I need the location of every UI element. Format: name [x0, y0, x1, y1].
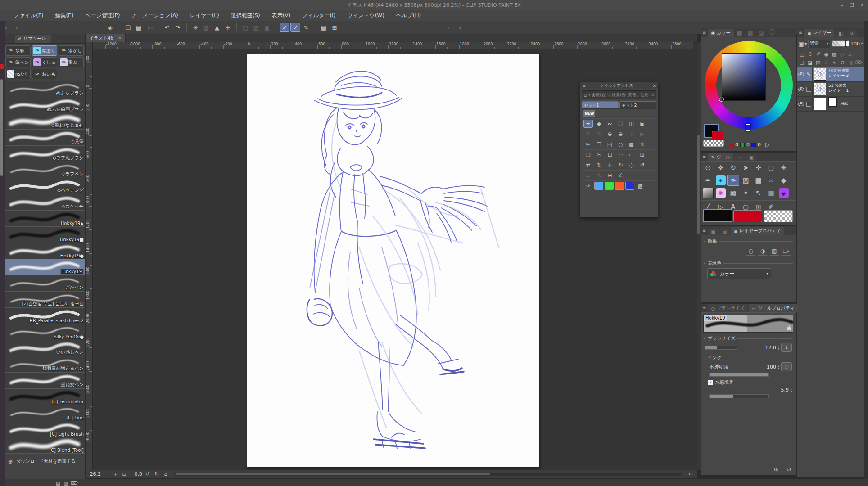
blend-tool[interactable]: ∾: [765, 175, 777, 186]
download-materials-button[interactable]: ⊕ ダウンロード素材を追加する: [5, 454, 85, 469]
move-and-rotate[interactable]: ✛: [605, 161, 615, 169]
menu-item-2[interactable]: ページ管理(P): [79, 10, 126, 21]
intermediate-color-tab[interactable]: ▩: [746, 28, 755, 37]
menu-item-7[interactable]: フィルター(I): [296, 10, 341, 21]
material-palette[interactable]: ▤: [319, 23, 329, 32]
custom-brush-pink[interactable]: ✺: [714, 188, 727, 198]
rotate-dashed[interactable]: ◌: [627, 161, 636, 169]
brush-item[interactable]: 情報量が増えるペン: [5, 356, 85, 373]
brush-item[interactable]: Silky PenOv●: [5, 324, 85, 340]
auto-select-tool[interactable]: ✳: [778, 162, 790, 173]
hand-tool[interactable]: ❖: [714, 162, 727, 173]
undo[interactable]: ↶: [162, 23, 172, 32]
vector-pen[interactable]: ✎: [594, 171, 604, 180]
menu-item-8[interactable]: ウィンドウ(W): [341, 10, 390, 21]
opacity-stepper[interactable]: ▴▾: [861, 41, 863, 46]
fill[interactable]: ▨: [201, 23, 211, 32]
menu-item-4[interactable]: レイヤー(L): [184, 10, 225, 21]
brush-item[interactable]: [C] Terminator: [5, 389, 85, 405]
canvas-page[interactable]: [247, 54, 539, 467]
maximize-button[interactable]: ❐: [850, 2, 854, 8]
redo[interactable]: ↷: [173, 23, 183, 32]
brush-item[interactable]: ざかペン: [5, 275, 85, 292]
brush-item[interactable]: ◇スケッチ: [5, 194, 85, 211]
color-set-tab[interactable]: ▦: [735, 28, 745, 37]
new-raster-layer[interactable]: ❏: [798, 59, 806, 66]
paste[interactable]: ▤: [605, 140, 615, 148]
new-canvas[interactable]: ❏: [123, 23, 133, 32]
create-layer-mask[interactable]: ⊙: [839, 59, 846, 66]
menu-item-5[interactable]: 選択範囲(S): [225, 10, 266, 21]
tab-timeline[interactable]: ▤: [719, 228, 730, 235]
snap-special-ruler[interactable]: ∠: [616, 171, 625, 180]
tab-subtool-2[interactable]: ≔: [734, 154, 745, 161]
undo[interactable]: ↶: [583, 130, 593, 138]
new-vector-layer[interactable]: ◪: [806, 59, 814, 66]
watercolor-border-stepper[interactable]: ▴▾: [791, 388, 792, 392]
saturation-value-box[interactable]: [722, 53, 766, 101]
brush-tool[interactable]: ✑: [727, 175, 739, 186]
selection-launcher[interactable]: ▣: [262, 23, 272, 32]
snap-to-ruler[interactable]: ✓: [280, 23, 289, 32]
redo[interactable]: ↷: [594, 130, 604, 138]
brush-item[interactable]: [기간한정 무료] 눈토끼 잉크펜: [5, 292, 85, 308]
lock-icon[interactable]: [787, 327, 791, 330]
clear-search-icon[interactable]: ✕: [651, 93, 655, 97]
minimize-button[interactable]: –: [841, 2, 843, 8]
close-icon[interactable]: ✕: [652, 84, 656, 88]
subtool-group-watercolor[interactable]: ✑水彩: [5, 45, 31, 56]
layer-row[interactable]: 53 %通常レイヤー 1: [797, 82, 864, 97]
lock-layer[interactable]: ◉: [823, 50, 830, 58]
rotate-ccw-button[interactable]: ↺: [144, 471, 151, 477]
zoom-in-button[interactable]: ＋: [112, 471, 119, 477]
fit-screen-button[interactable]: ⊡: [121, 471, 128, 477]
open-workspace-icon[interactable]: ▤: [54, 480, 62, 486]
layer-thumbnail[interactable]: [814, 98, 826, 110]
copy[interactable]: ❐: [594, 140, 604, 148]
paste-to-layer[interactable]: ▣: [637, 120, 647, 128]
new-layer-folder[interactable]: ▤: [814, 59, 822, 66]
menu-item-9[interactable]: ヘルプ(H): [390, 10, 427, 21]
brush-item[interactable]: Hokky19●: [5, 243, 85, 259]
play-animation[interactable]: ▶: [637, 130, 647, 138]
toolbar-expand-arrows[interactable]: › »: [448, 24, 466, 31]
flip-horizontal[interactable]: ⇄: [583, 161, 593, 169]
grid-toggle[interactable]: ⊞: [330, 23, 339, 32]
opacity-slider[interactable]: [709, 373, 769, 377]
eraser-tool[interactable]: ◆: [594, 120, 604, 128]
layer-color-effect[interactable]: ❏▾: [781, 247, 791, 256]
enable-mask[interactable]: ◎▾: [839, 50, 846, 58]
switch-palette-icon[interactable]: ▥: [62, 480, 70, 486]
tab-color-wheel[interactable]: ◉カラー: [708, 29, 733, 37]
brush-preview[interactable]: Hokky19: [703, 315, 793, 333]
convert-to-drawing[interactable]: ▲: [212, 23, 222, 32]
opacity-value[interactable]: 100: [767, 364, 776, 370]
fill-bucket-tool[interactable]: ◈: [778, 188, 790, 198]
minimize-icon[interactable]: —: [646, 84, 651, 88]
copy-and-paste[interactable]: ❑: [583, 151, 593, 159]
menu-item-1[interactable]: 編集(E): [49, 10, 79, 21]
layer-thumbnail[interactable]: [814, 68, 826, 81]
visibility-eye-icon[interactable]: [798, 102, 804, 106]
airbrush-tool[interactable]: ▨: [740, 175, 752, 186]
search-input[interactable]: ⊙ ▾ 全機能から検索(例: 変形、油彩... ✕: [582, 90, 656, 99]
brush-item[interactable]: [C] Blend [Tool]: [5, 437, 85, 454]
rotate-ccw[interactable]: ↺: [637, 161, 647, 169]
watercolor-border-value[interactable]: 5.9: [781, 387, 789, 393]
brush-item[interactable]: ◇ラフ丸ブラシ: [5, 146, 85, 162]
quick-color-swatch[interactable]: [625, 182, 634, 190]
pen-tool[interactable]: ✒: [583, 120, 593, 128]
merge-with-lower-layer[interactable]: ⇘: [831, 59, 838, 66]
object-selector[interactable]: ↖: [752, 188, 764, 198]
register-material-pen[interactable]: ✑: [583, 182, 593, 190]
free-transform[interactable]: ▱: [616, 151, 625, 159]
eraser-tool[interactable]: ◆: [778, 175, 790, 186]
expression-color-select[interactable]: カラー ▾: [707, 268, 771, 279]
ruler-range[interactable]: ∠▾: [847, 50, 854, 58]
brush-size-value[interactable]: 12.0: [765, 345, 776, 351]
brush-item[interactable]: ◇ラフペン: [5, 162, 85, 178]
operate-tool[interactable]: ➤: [740, 162, 752, 173]
brush-item[interactable]: [C] Line: [5, 405, 85, 421]
opacity-dynamics-button[interactable]: ∅: [781, 362, 792, 371]
brush-item[interactable]: ◇重ね/なじませ: [5, 113, 85, 130]
